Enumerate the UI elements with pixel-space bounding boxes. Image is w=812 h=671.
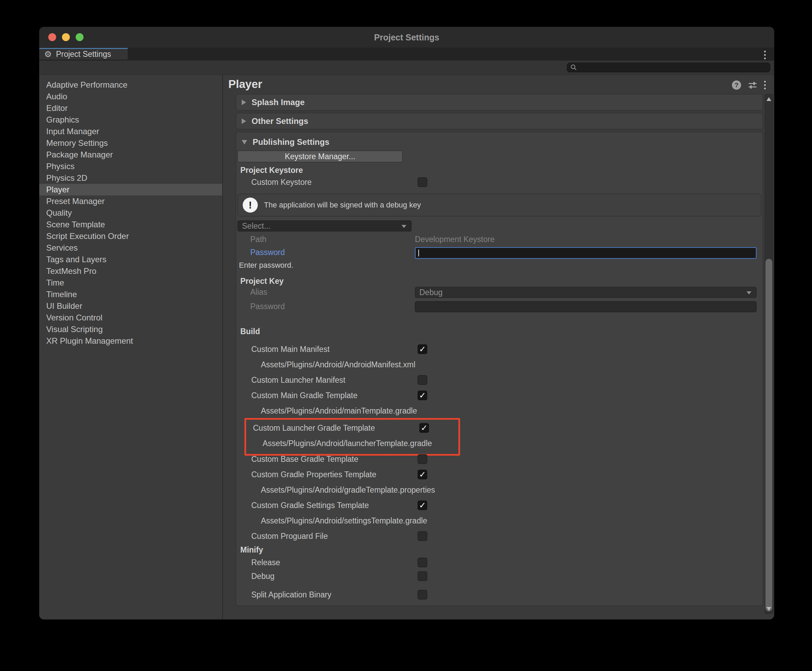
search-toolbar [39,61,774,75]
alias-dropdown[interactable]: Debug [415,287,757,298]
vertical-scrollbar[interactable] [765,94,773,614]
tab-label: Project Settings [56,49,111,59]
custom-keystore-label: Custom Keystore [236,176,763,188]
checkbox-custom-base-gradle-template[interactable] [418,454,427,464]
custom-keystore-checkbox[interactable] [418,177,427,187]
password-hint: Enter password. [239,261,763,270]
chevron-down-icon [747,291,751,295]
scroll-down-icon[interactable] [766,607,771,611]
sidebar-item-memory-settings[interactable]: Memory Settings [39,137,222,149]
checkbox-custom-launcher-manifest[interactable] [418,375,427,385]
sidebar-item-audio[interactable]: Audio [39,91,222,102]
sidebar-item-script-execution-order[interactable]: Script Execution Order [39,230,222,242]
label-custom-proguard-file: Custom Proguard File [236,529,763,544]
split-application-binary-label: Split Application Binary [236,588,763,601]
sidebar-item-physics[interactable]: Physics [39,160,222,172]
path-assets-plugins-android-launchertemplate-gradle: Assets/Plugins/Android/launcherTemplate.… [246,436,458,451]
sidebar-item-scene-template[interactable]: Scene Template [39,219,222,230]
page-title: Player [228,78,262,91]
label-custom-gradle-properties-template: Custom Gradle Properties Template [236,467,763,482]
sidebar-item-player[interactable]: Player [39,184,222,196]
sidebar-item-services[interactable]: Services [39,242,222,254]
alias-row: Alias Debug [236,287,763,298]
search-field[interactable] [567,63,770,72]
sidebar-item-textmesh-pro[interactable]: TextMesh Pro [39,265,222,277]
path-assets-plugins-android-gradletemplate-properties: Assets/Plugins/Android/gradleTemplate.pr… [236,482,763,498]
checkbox-minify-debug[interactable] [418,571,427,581]
checkbox-custom-main-manifest[interactable]: ✓ [418,344,427,354]
tab-project-settings[interactable]: ⚙ Project Settings [39,48,128,60]
section-other-settings[interactable]: Other Settings [236,113,763,129]
presets-icon[interactable] [748,80,757,90]
settings-scroll-area: Splash Image Other Settings Publishing S… [236,94,763,613]
keystore-manager-button[interactable]: Keystore Manager... [238,151,403,162]
label-minify-debug: Debug [236,569,763,583]
sidebar-item-physics-2d[interactable]: Physics 2D [39,172,222,184]
row-custom-main-gradle-template: Custom Main Gradle Template✓ [236,388,763,403]
player-settings-panel: Player ? Splash Image [223,75,774,619]
section-label: Other Settings [252,116,308,126]
sidebar-item-time[interactable]: Time [39,277,222,289]
row-custom-launcher-manifest: Custom Launcher Manifest [236,373,763,388]
chevron-down-icon [402,225,406,228]
sidebar-item-graphics[interactable]: Graphics [39,114,222,126]
row-custom-launcher-gradle-template: Custom Launcher Gradle Template✓ [246,421,458,436]
keystore-password-input[interactable] [415,247,757,259]
checkbox-custom-gradle-properties-template[interactable]: ✓ [418,470,427,479]
key-password-label: Password [250,301,285,312]
sidebar-item-editor[interactable]: Editor [39,102,222,114]
alias-label: Alias [250,287,267,297]
sidebar-item-xr-plugin-management[interactable]: XR Plugin Management [39,335,222,347]
screen: Project Settings ⚙ Project Settings Adap… [0,0,812,671]
text-caret [418,250,419,256]
split-application-binary-row: Split Application Binary [236,588,763,601]
title-bar: Project Settings [39,27,774,48]
sidebar-item-version-control[interactable]: Version Control [39,312,222,324]
scroll-up-icon[interactable] [766,97,771,101]
keystore-select-dropdown[interactable]: Select... [238,220,412,232]
key-password-input[interactable] [415,301,757,312]
section-splash-image[interactable]: Splash Image [236,94,763,111]
panel-kebab-icon[interactable] [764,81,766,89]
label-custom-gradle-settings-template: Custom Gradle Settings Template [236,498,763,513]
gear-icon: ⚙ [44,50,52,58]
label-custom-main-gradle-template: Custom Main Gradle Template [236,388,763,403]
sidebar-item-preset-manager[interactable]: Preset Manager [39,196,222,207]
project-key-header: Project Key [236,275,763,287]
dropdown-value: Debug [415,287,756,298]
chevron-right-icon [242,118,246,124]
path-value: Development Keystore [415,234,757,244]
scrollbar-thumb[interactable] [766,259,772,611]
row-minify-release: Release [236,556,763,569]
search-input[interactable] [577,63,757,72]
checkbox-custom-main-gradle-template[interactable]: ✓ [418,391,427,400]
sidebar-item-ui-builder[interactable]: UI Builder [39,300,222,312]
project-keystore-header: Project Keystore [236,164,763,176]
sidebar-item-timeline[interactable]: Timeline [39,289,222,300]
tab-menu-kebab-icon[interactable] [764,51,766,59]
window-title: Project Settings [39,27,774,48]
chevron-right-icon [242,100,246,105]
debug-key-warning: ! The application will be signed with a … [238,194,761,216]
build-header: Build [236,325,763,337]
checkbox-custom-proguard-file[interactable] [418,531,427,541]
sidebar-item-adaptive-performance[interactable]: Adaptive Performance [39,79,222,91]
sidebar-item-input-manager[interactable]: Input Manager [39,126,222,137]
sidebar-item-quality[interactable]: Quality [39,207,222,219]
row-custom-gradle-settings-template: Custom Gradle Settings Template✓ [236,498,763,513]
path-label: Path [250,234,266,244]
sidebar-item-package-manager[interactable]: Package Manager [39,149,222,160]
split-application-binary-checkbox[interactable] [418,590,427,599]
sidebar-item-visual-scripting[interactable]: Visual Scripting [39,324,222,335]
path-assets-plugins-android-maintemplate-gradle: Assets/Plugins/Android/mainTemplate.grad… [236,403,763,419]
label-minify-release: Release [236,556,763,569]
checkbox-minify-release[interactable] [418,558,427,567]
password-link[interactable]: Password [250,247,285,257]
help-icon[interactable]: ? [732,80,741,90]
publishing-settings-header[interactable]: Publishing Settings [236,136,763,148]
search-icon [570,64,577,71]
checkbox-custom-gradle-settings-template[interactable]: ✓ [418,501,427,510]
sidebar-item-tags-and-layers[interactable]: Tags and Layers [39,254,222,265]
checkbox-custom-launcher-gradle-template[interactable]: ✓ [419,423,429,433]
warning-text: The application will be signed with a de… [264,201,421,209]
